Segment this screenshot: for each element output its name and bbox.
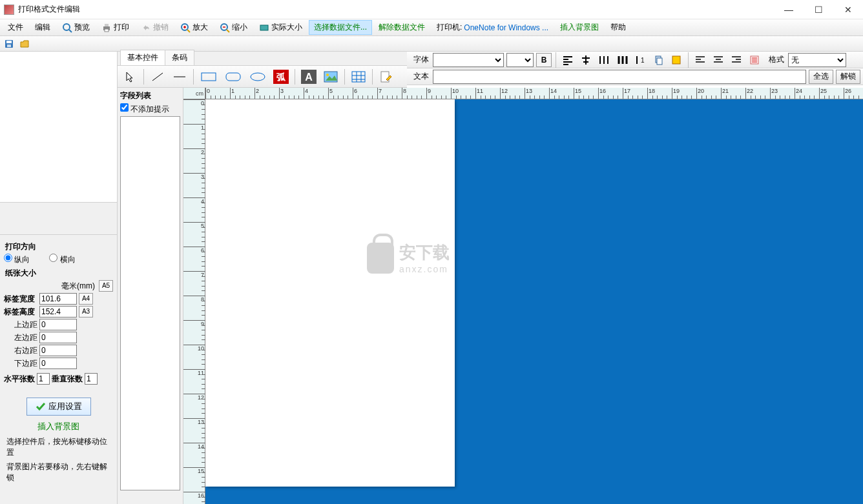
canvas-viewport[interactable]: 安下载 anxz.com <box>205 99 863 504</box>
a3-button[interactable]: A3 <box>79 306 93 318</box>
align-left-button[interactable] <box>560 53 576 67</box>
bottom-margin-input[interactable] <box>39 358 77 369</box>
fill-color-button[interactable] <box>669 53 684 67</box>
menu-actual-size[interactable]: 实际大小 <box>254 20 307 35</box>
undo-icon <box>141 23 151 33</box>
text-input[interactable] <box>433 70 806 84</box>
svg-line-10 <box>227 30 229 32</box>
svg-point-26 <box>326 74 329 76</box>
distribute-h-button[interactable] <box>596 53 612 67</box>
a5-button[interactable]: A5 <box>99 280 113 292</box>
menu-print[interactable]: 打印 <box>96 20 134 35</box>
close-button[interactable]: ✕ <box>833 0 863 19</box>
menu-zoom-out[interactable]: 缩小 <box>214 20 253 35</box>
pointer-tool[interactable] <box>120 68 140 85</box>
left-panel: 打印方向 纵向 横向 纸张大小 毫米(mm) A5 标签宽度 A4 标签高度 A… <box>0 52 118 504</box>
rect-tool[interactable] <box>198 68 220 85</box>
svg-rect-15 <box>7 45 11 47</box>
select-all-button[interactable]: 全选 <box>809 70 833 84</box>
svg-point-0 <box>63 24 70 30</box>
table-tool[interactable] <box>349 68 368 85</box>
printer-icon <box>101 23 112 33</box>
label-height-input[interactable] <box>39 306 77 318</box>
align-center-h-button[interactable] <box>578 53 594 67</box>
zoom-in-icon <box>180 23 191 33</box>
open-button[interactable] <box>18 37 31 50</box>
maximize-button[interactable]: ☐ <box>804 0 833 19</box>
paper-size-title: 纸张大小 <box>5 268 113 279</box>
portrait-radio[interactable]: 纵向 <box>4 254 30 265</box>
arc-tool[interactable]: 弧 <box>271 68 291 85</box>
copy-button[interactable] <box>650 53 666 67</box>
menu-file[interactable]: 文件 <box>3 20 28 35</box>
menu-printer-selector[interactable]: 打印机:OneNote for Windows ... <box>432 20 554 35</box>
text-align-left-button[interactable] <box>692 53 708 67</box>
ruler-unit-label: cm <box>183 88 205 99</box>
zoom-out-icon <box>220 23 230 33</box>
text-tool[interactable]: A <box>299 68 318 85</box>
menu-edit[interactable]: 编辑 <box>30 20 56 35</box>
apply-settings-button[interactable]: 应用设置 <box>26 398 91 416</box>
hint-text-2: 背景图片若要移动，先右键解锁 <box>4 460 113 485</box>
svg-line-16 <box>152 73 163 81</box>
svg-rect-3 <box>105 24 109 26</box>
font-size-select[interactable] <box>506 53 534 67</box>
save-button[interactable] <box>3 37 16 50</box>
tab-basic-controls[interactable]: 基本控件 <box>120 50 165 65</box>
svg-rect-4 <box>105 29 109 32</box>
field-list-title: 字段列表 <box>120 90 180 101</box>
hint-text-1: 选择控件后，按光标键移动位置 <box>4 435 113 460</box>
shape-toolbar: 弧 A <box>118 66 407 88</box>
unlock-button[interactable]: 解锁 <box>836 70 860 84</box>
minimize-button[interactable]: — <box>774 0 804 19</box>
field-list[interactable] <box>120 116 180 490</box>
v-count-input[interactable] <box>85 373 98 385</box>
top-margin-input[interactable] <box>39 319 77 330</box>
svg-rect-49 <box>657 58 662 65</box>
menu-clear-data-file[interactable]: 解除数据文件 <box>373 20 430 35</box>
ellipse-tool[interactable] <box>247 68 269 85</box>
left-margin-input[interactable] <box>39 332 77 343</box>
check-icon <box>36 401 46 412</box>
image-tool[interactable] <box>321 68 340 85</box>
text-label: 文本 <box>413 71 429 82</box>
right-margin-input[interactable] <box>39 345 77 356</box>
edit-tool[interactable] <box>377 68 396 85</box>
text-align-right-button[interactable] <box>729 53 744 67</box>
distribute-v-button[interactable] <box>614 53 630 67</box>
properties-button[interactable] <box>747 53 762 67</box>
svg-rect-18 <box>202 73 216 81</box>
label-width-input[interactable] <box>39 293 77 305</box>
window-title: 打印格式文件编辑 <box>18 4 774 15</box>
h-count-input[interactable] <box>37 373 50 385</box>
magnifier-icon <box>62 23 72 33</box>
menu-select-data-file[interactable]: 选择数据文件... <box>309 20 372 35</box>
app-icon <box>4 5 14 15</box>
landscape-radio[interactable]: 横向 <box>49 254 75 265</box>
no-hint-checkbox[interactable]: 不添加提示 <box>120 105 169 114</box>
orientation-title: 打印方向 <box>5 241 113 252</box>
line-horiz-tool[interactable] <box>170 68 189 85</box>
insert-background-link[interactable]: 插入背景图 <box>4 421 113 432</box>
line-diag-tool[interactable] <box>148 68 167 85</box>
svg-rect-14 <box>6 41 12 43</box>
svg-rect-12 <box>260 25 268 30</box>
text-align-center-button[interactable] <box>711 53 726 67</box>
preview-pane <box>0 52 117 203</box>
format-select[interactable]: 无 <box>788 53 846 67</box>
bold-button[interactable]: B <box>536 53 552 67</box>
a4-button[interactable]: A4 <box>79 293 93 305</box>
font-toolbar: 字体 B 1 格式 <box>407 52 863 68</box>
menu-preview[interactable]: 预览 <box>57 20 95 35</box>
round-rect-tool[interactable] <box>222 68 244 85</box>
font-family-select[interactable] <box>433 53 504 67</box>
tab-barcode[interactable]: 条码 <box>165 50 194 65</box>
unit-label: 毫米(mm) <box>61 281 95 292</box>
actual-size-icon <box>259 23 269 33</box>
menu-insert-background[interactable]: 插入背景图 <box>555 20 604 35</box>
page[interactable] <box>205 99 455 487</box>
menu-help[interactable]: 帮助 <box>605 20 631 35</box>
spacing-button[interactable]: 1 <box>632 53 648 67</box>
menu-zoom-in[interactable]: 放大 <box>175 20 213 35</box>
svg-text:A: A <box>305 72 313 83</box>
